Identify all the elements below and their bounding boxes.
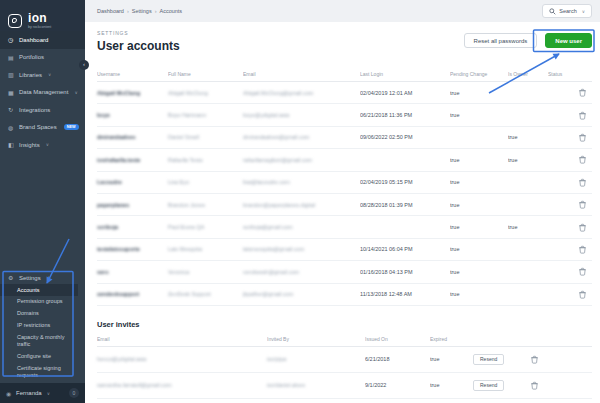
resend-button[interactable]: Resend xyxy=(473,354,504,365)
cell-last-login: 10/14/2021 06:04 PM xyxy=(360,246,450,252)
delete-user-button[interactable] xyxy=(578,133,592,142)
col-expired[interactable]: Expired xyxy=(430,336,473,342)
chevron-down-icon: ∨ xyxy=(47,391,50,396)
delete-invite-button[interactable] xyxy=(530,381,592,390)
cell-last-login: 02/04/2019 05:15 PM xyxy=(360,179,450,185)
reset-all-passwords-button[interactable]: Reset all passwords xyxy=(464,33,538,48)
cell-pending-change: true xyxy=(450,179,508,185)
cell-pending-change: true xyxy=(450,90,508,96)
col-issued-on[interactable]: Issued On xyxy=(365,336,430,342)
cell-full-name: Paul Evora QA xyxy=(168,224,243,230)
col-invited-by[interactable]: Invited By xyxy=(267,336,365,342)
sidebar-item-dashboard[interactable]: ◷Dashboard xyxy=(0,31,85,49)
sidebar-subitem-ip-restrictions[interactable]: IP restrictions xyxy=(0,320,78,332)
sidebar-subitem-configure-site[interactable]: Configure site xyxy=(0,350,78,362)
delete-invite-button[interactable] xyxy=(530,355,592,364)
chevron-down-icon: ∨ xyxy=(48,72,51,77)
sidebar-subitem-domains[interactable]: Domains xyxy=(0,308,78,320)
sidebar-nav: ◷Dashboard▤Portfolios▥Libraries∨▦Data Ma… xyxy=(0,31,85,154)
sidebar-item-settings[interactable]: ⚙Settings∧ xyxy=(0,271,85,284)
breadcrumb-settings[interactable]: Settings xyxy=(132,8,152,14)
sidebar-item-brand-spaces[interactable]: ◍Brand SpacesNEW xyxy=(0,119,85,137)
delete-user-button[interactable] xyxy=(578,178,592,187)
sidebar-subitem-permission-groups[interactable]: Permission groups xyxy=(0,296,78,308)
trash-icon xyxy=(578,200,587,209)
col-last-login[interactable]: Last Login xyxy=(360,71,450,77)
sidebar-item-data-management[interactable]: ▦Data Management∨ xyxy=(0,84,85,102)
col-status[interactable]: Status xyxy=(548,71,578,77)
sidebar-item-label: Settings xyxy=(19,275,41,281)
sidebar-subitem-capacity-monthly-traffic[interactable]: Capacity & monthly traffic xyxy=(0,332,78,351)
users-table: Username Full Name Email Last Login Pend… xyxy=(97,66,592,306)
invite-table-row: henco@ydigital.asia ion/pipa 6/21/2018 t… xyxy=(97,347,592,373)
cell-email: scriboja@gmail.com xyxy=(243,224,360,230)
insights-icon: ◧ xyxy=(8,141,15,148)
user-table-row: boye Boye Hartmann boye@ydigital.asia 06… xyxy=(97,104,592,126)
user-table-row: testelatosuporte Lais Mesquita laismesqu… xyxy=(97,239,592,261)
breadcrumb-dashboard[interactable]: Dashboard xyxy=(97,8,124,14)
col-username[interactable]: Username xyxy=(97,71,168,77)
sidebar-item-portfolios[interactable]: ▤Portfolios xyxy=(0,49,85,67)
user-menu[interactable]: ◉ Fernanda ∨ 0 xyxy=(0,383,85,403)
delete-user-button[interactable] xyxy=(578,111,592,120)
cell-last-login: 01/16/2018 04:13 PM xyxy=(360,269,450,275)
cell-email: Abigail.McClung@gmail.com xyxy=(243,90,360,96)
sidebar-collapse-icon[interactable]: ‹ xyxy=(79,60,89,70)
sidebar-item-insights[interactable]: ◧Insights∨ xyxy=(0,136,85,154)
delete-user-button[interactable] xyxy=(578,290,592,299)
invites-table-body: henco@ydigital.asia ion/pipa 6/21/2018 t… xyxy=(97,347,592,399)
col-email[interactable]: Email xyxy=(243,71,360,77)
new-user-button[interactable]: New user xyxy=(545,33,592,48)
search-label: Search xyxy=(559,8,576,14)
cell-username: ion/rafaella.teste xyxy=(97,157,168,163)
chevron-down-icon: ∨ xyxy=(582,9,585,14)
portfolios-icon: ▤ xyxy=(8,54,15,61)
col-full-name[interactable]: Full Name xyxy=(168,71,243,77)
user-table-row: zendesksupport ZenDesk Support jbpalher@… xyxy=(97,284,592,306)
trash-icon xyxy=(578,155,587,164)
trash-icon xyxy=(578,111,587,120)
cell-invited-by: ion/pipa xyxy=(267,356,365,362)
delete-user-button[interactable] xyxy=(578,200,592,209)
notification-badge[interactable]: 0 xyxy=(69,388,79,398)
topbar: Dashboard›Settings›Accounts Search ∨ xyxy=(85,0,600,22)
user-table-row: dmirandaalves Daniel Small dmirandaalves… xyxy=(97,127,592,149)
delete-user-button[interactable] xyxy=(578,88,592,97)
cell-email: brandon@paperplanes.digital xyxy=(243,202,360,208)
trash-icon xyxy=(578,223,587,232)
delete-user-button[interactable] xyxy=(578,155,592,164)
delete-user-button[interactable] xyxy=(578,223,592,232)
cell-last-login: 08/28/2018 01:39 PM xyxy=(360,202,450,208)
sidebar-item-libraries[interactable]: ▥Libraries∨ xyxy=(0,66,85,84)
user-table-row: Abigail McClung Abigail McClung Abigail.… xyxy=(97,82,592,104)
search-button[interactable]: Search ∨ xyxy=(542,4,592,18)
ion-logo-icon xyxy=(8,14,22,28)
cell-username: boye xyxy=(97,112,168,118)
cell-email: boye@ydigital.asia xyxy=(243,112,360,118)
search-icon xyxy=(549,8,556,15)
cell-is-owner: true xyxy=(508,157,548,163)
col-is-owner[interactable]: Is Owner xyxy=(508,71,548,77)
delete-user-button[interactable] xyxy=(578,245,592,254)
cell-invite-email: samantha.farratell@gmail.com xyxy=(97,382,267,388)
cell-username: vero xyxy=(97,269,168,275)
cell-email: jbpalher@gmail.com xyxy=(243,291,360,297)
cell-issued-on: 6/21/2018 xyxy=(365,356,430,362)
sidebar-subitem-certificate-signing-requests[interactable]: Certificate signing requests xyxy=(0,362,78,381)
delete-user-button[interactable] xyxy=(578,267,592,276)
cell-username: zendesksupport xyxy=(97,291,168,297)
integrations-icon: ↻ xyxy=(8,106,15,113)
col-pending-change[interactable]: Pending Change xyxy=(450,71,508,77)
resend-button[interactable]: Resend xyxy=(473,380,504,391)
cell-username: paperplanes xyxy=(97,202,168,208)
trash-icon xyxy=(530,381,539,390)
trash-icon xyxy=(578,245,587,254)
breadcrumb: Dashboard›Settings›Accounts xyxy=(97,0,182,22)
sidebar-item-integrations[interactable]: ↻Integrations xyxy=(0,101,85,119)
logo-subtext: by rockcontent xyxy=(28,26,51,30)
sidebar-subitem-accounts[interactable]: Accounts xyxy=(0,284,78,296)
trash-icon xyxy=(578,178,587,187)
sidebar-item-label: Libraries xyxy=(19,72,42,78)
trash-icon xyxy=(578,267,587,276)
col-invite-email[interactable]: Email xyxy=(97,336,267,342)
